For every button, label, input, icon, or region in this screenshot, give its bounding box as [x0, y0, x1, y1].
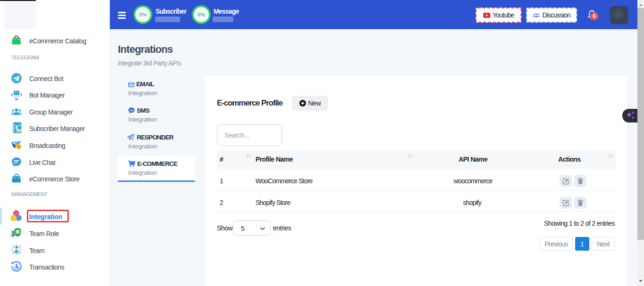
svg-text:SMS: SMS: [130, 110, 133, 112]
svg-text:1: 1: [17, 144, 20, 149]
